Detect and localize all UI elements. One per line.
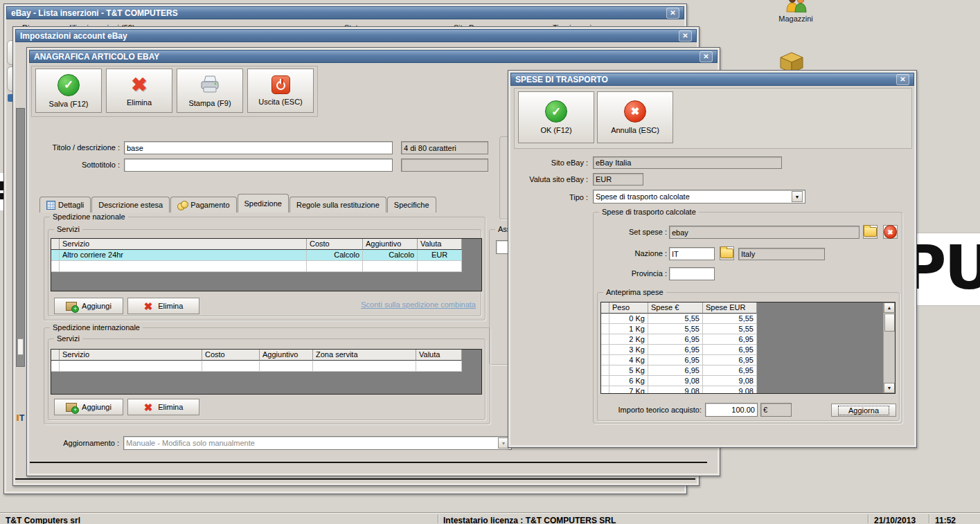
valuta-sito-field: EUR xyxy=(593,173,643,186)
internazionale-elimina-button[interactable]: ✖ Elimina xyxy=(127,399,199,415)
internazionale-row-empty[interactable] xyxy=(51,361,481,372)
anagrafica-window-title: ANAGRAFICA ARTICOLO EBAY xyxy=(34,52,159,62)
impostazioni-scroll-thumb[interactable] xyxy=(17,338,24,355)
anteprima-header-row: Peso Spese € Spese EUR xyxy=(601,302,895,314)
anagrafica-titlebar[interactable]: ANAGRAFICA ARTICOLO EBAY ✕ xyxy=(29,50,718,63)
impostazioni-scroll-fragment[interactable] xyxy=(16,108,25,367)
status-separator-1 xyxy=(438,514,438,523)
tab-spedizione[interactable]: Spedizione xyxy=(238,194,289,213)
nazione-browse-button[interactable] xyxy=(720,246,734,260)
table-row[interactable]: 0 Kg 5,55 5,55 xyxy=(601,314,895,324)
anteprima-label: Anteprima spese xyxy=(603,288,666,296)
sito-ebay-label: Sito eBay : xyxy=(508,159,588,167)
tipo-combo-arrow-icon[interactable]: ▼ xyxy=(792,191,803,202)
impostazioni-close-button[interactable]: ✕ xyxy=(679,30,692,42)
provincia-input[interactable] xyxy=(669,267,715,280)
tab-specifiche[interactable]: Specifiche xyxy=(387,197,436,213)
sito-ebay-field: eBay Italia xyxy=(593,156,782,169)
nazionale-table[interactable]: Servizio Costo Aggiuntivo Valuta Altro c… xyxy=(51,238,482,291)
elimina-button[interactable]: ✖ Elimina xyxy=(106,69,172,113)
spese-calcolate-label: Spese di trasporto calcolate xyxy=(599,208,699,216)
cancel-x-icon: ✖ xyxy=(624,100,646,123)
nazione-input[interactable] xyxy=(669,247,715,260)
anteprima-scrollbar[interactable]: ▲ ▼ xyxy=(883,302,895,393)
status-separator-2 xyxy=(868,514,868,523)
spese-titlebar[interactable]: SPESE DI TRASPORTO ✕ xyxy=(510,73,914,86)
table-row[interactable]: 7 Kg 9,08 9,08 xyxy=(601,386,895,394)
uscita-button[interactable]: Uscita (ESC) xyxy=(247,69,314,113)
spedizione-nazionale-label: Spedizione nazionale xyxy=(50,213,128,221)
aggiorna-button[interactable]: Aggiorna xyxy=(831,404,896,417)
table-row[interactable]: 2 Kg 6,95 6,95 xyxy=(601,334,895,345)
save-check-icon: ✓ xyxy=(57,74,80,96)
aggiorna-label: Aggiorna xyxy=(838,406,889,415)
sottotitolo-input[interactable] xyxy=(124,159,393,172)
table-row[interactable]: 4 Kg 6,95 6,95 xyxy=(601,355,895,365)
stampa-button[interactable]: Stampa (F9) xyxy=(177,69,243,113)
anagrafica-tabs: Dettagli Descrizione estesa Pagamento Sp… xyxy=(39,194,437,213)
table-row[interactable]: 1 Kg 5,55 5,55 xyxy=(601,324,895,334)
internazionale-header-row: Servizio Costo Aggiuntivo Zona servita V… xyxy=(51,350,481,361)
aggiornamento-combobox[interactable]: Manuale - Modifica solo manualmente ▼ xyxy=(123,436,512,450)
set-spese-clear-button[interactable]: ✖ xyxy=(883,225,898,239)
tab-descrizione-estesa[interactable]: Descrizione estesa xyxy=(91,197,170,213)
importo-input[interactable] xyxy=(705,403,758,417)
salva-button[interactable]: ✓ Salva (F12) xyxy=(35,69,102,113)
impostazioni-text-fragment: T xyxy=(17,413,24,423)
servizi-label: Servizi xyxy=(54,225,82,233)
power-icon xyxy=(271,75,290,94)
sconti-spedizione-link[interactable]: Sconti sulla spedizione combinata xyxy=(346,300,476,309)
ebay-window-title: eBay - Lista inserzioni - T&T COMPUTERS xyxy=(11,8,178,18)
status-date: 21/10/2013 xyxy=(874,516,916,524)
ok-button[interactable]: ✓ OK (F12) xyxy=(518,91,594,143)
scroll-up-icon[interactable]: ▲ xyxy=(884,302,895,313)
desktop-icon-magazzini[interactable]: Magazzini xyxy=(774,0,817,28)
scroll-thumb[interactable] xyxy=(884,314,895,332)
internazionale-aggiungi-button[interactable]: Aggiungi xyxy=(54,399,123,415)
nazionale-row-empty[interactable] xyxy=(51,261,481,272)
stampa-label: Stampa (F9) xyxy=(188,99,231,107)
tipo-combobox[interactable]: Spese di trasporto calcolate ▼ xyxy=(593,190,805,204)
impostazioni-titlebar[interactable]: Impostazioni account eBay ✕ xyxy=(15,29,697,42)
valuta-sito-label: Valuta sito eBay : xyxy=(508,175,588,183)
tab-dettagli[interactable]: Dettagli xyxy=(39,197,91,213)
sottotitolo-counter xyxy=(401,159,488,172)
coins-icon xyxy=(177,201,188,210)
titolo-input[interactable] xyxy=(124,141,393,154)
internazionale-table[interactable]: Servizio Costo Aggiuntivo Zona servita V… xyxy=(51,349,482,395)
status-separator-3 xyxy=(929,514,929,523)
table-row[interactable]: 5 Kg 6,95 6,95 xyxy=(601,365,895,376)
nazionale-elimina-button[interactable]: ✖ Elimina xyxy=(127,298,199,314)
annulla-button[interactable]: ✖ Annulla (ESC) xyxy=(597,91,673,143)
elimina-label: Elimina xyxy=(127,98,152,107)
delete-x-small-icon: ✖ xyxy=(144,301,153,311)
anagrafica-bottom-separator xyxy=(30,462,707,463)
set-spese-label: Set spese : xyxy=(605,228,667,236)
add-package-icon xyxy=(66,302,77,311)
desktop-wallpaper-logo: PUTE xyxy=(913,233,980,306)
tab-regole-restituzione[interactable]: Regole sulla restituzione xyxy=(289,197,386,213)
scroll-down-icon[interactable]: ▼ xyxy=(884,383,895,393)
ok-label: OK (F12) xyxy=(540,126,571,134)
spese-close-button[interactable]: ✕ xyxy=(896,74,909,85)
tab-pagamento[interactable]: Pagamento xyxy=(170,197,236,213)
ebay-titlebar[interactable]: eBay - Lista inserzioni - T&T COMPUTERS … xyxy=(6,6,684,19)
aggiornamento-label: Aggiornamento : xyxy=(48,439,119,447)
table-row[interactable]: 6 Kg 9,08 9,08 xyxy=(601,376,895,386)
provincia-label: Provincia : xyxy=(605,269,667,278)
anteprima-table[interactable]: Peso Spese € Spese EUR 0 Kg 5,55 5,55 1 … xyxy=(600,302,896,394)
folder-icon xyxy=(864,227,877,237)
delete-x-icon: ✖ xyxy=(131,75,147,95)
ebay-close-button[interactable]: ✕ xyxy=(666,8,679,19)
nazionale-aggiungi-button[interactable]: Aggiungi xyxy=(54,298,123,314)
table-row[interactable]: 3 Kg 6,95 6,95 xyxy=(601,345,895,355)
servizi-label-2: Servizi xyxy=(54,334,82,343)
anagrafica-close-button[interactable]: ✕ xyxy=(700,51,713,62)
magazzini-people-icon xyxy=(783,0,809,14)
nazionale-header-row: Servizio Costo Aggiuntivo Valuta xyxy=(51,239,481,250)
ok-check-icon: ✓ xyxy=(545,100,567,123)
nazione-label: Nazione : xyxy=(605,249,667,258)
set-spese-browse-button[interactable] xyxy=(863,225,877,239)
nazionale-row-selected[interactable]: Altro corriere 24hr Calcolo Calcolo EUR xyxy=(51,250,481,261)
annulla-label: Annulla (ESC) xyxy=(611,126,659,134)
